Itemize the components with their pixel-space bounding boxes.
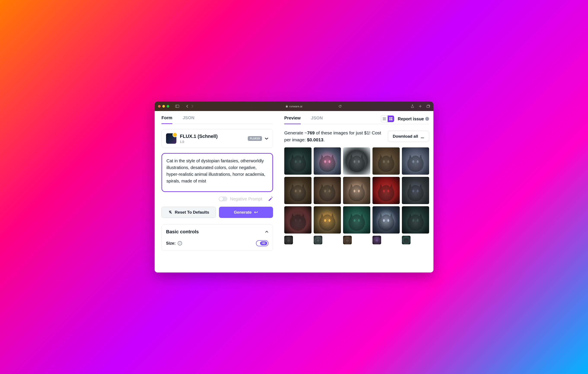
reset-icon	[168, 210, 172, 214]
svg-point-29	[417, 190, 419, 192]
generated-image[interactable]	[314, 206, 341, 233]
generated-image[interactable]	[343, 206, 370, 233]
address-bar[interactable]: runware.ai	[286, 105, 303, 108]
sidebar-toggle-icon[interactable]	[175, 105, 179, 108]
generated-image[interactable]	[402, 236, 410, 244]
tab-json-right[interactable]: JSON	[311, 116, 323, 124]
generated-image[interactable]	[284, 206, 312, 233]
svg-point-49	[407, 240, 407, 241]
svg-point-17	[387, 160, 389, 163]
generated-image[interactable]	[372, 236, 381, 244]
hd-toggle[interactable]: HD	[256, 240, 269, 246]
generated-image[interactable]	[402, 206, 429, 233]
svg-point-14	[354, 160, 356, 163]
svg-point-33	[329, 219, 331, 222]
reset-to-defaults-button[interactable]: Reset To Defaults	[161, 207, 216, 218]
svg-point-42	[317, 240, 317, 241]
svg-point-40	[287, 240, 288, 241]
generated-image[interactable]	[314, 177, 341, 204]
view-toggle	[381, 115, 394, 122]
generated-image[interactable]	[284, 177, 312, 204]
list-view-button[interactable]	[381, 116, 388, 122]
download-icon	[421, 134, 424, 138]
svg-point-39	[417, 219, 419, 222]
svg-point-34	[354, 219, 356, 222]
svg-point-46	[376, 240, 376, 241]
generated-image[interactable]	[372, 147, 400, 175]
magic-wand-icon[interactable]	[268, 196, 273, 202]
svg-rect-8	[389, 119, 391, 120]
lock-icon	[286, 105, 288, 108]
svg-rect-2	[427, 105, 429, 108]
generated-image[interactable]	[372, 206, 400, 233]
generated-image[interactable]	[402, 147, 429, 175]
svg-point-28	[412, 190, 414, 192]
report-badge-icon	[425, 117, 429, 121]
negative-prompt-toggle[interactable]	[219, 197, 227, 201]
svg-point-31	[299, 219, 301, 222]
chevron-down-icon	[265, 137, 269, 141]
svg-point-45	[348, 240, 348, 241]
generated-image[interactable]	[372, 177, 400, 204]
reload-button[interactable]	[338, 105, 342, 108]
basic-controls-header[interactable]: Basic controls	[166, 229, 269, 235]
svg-point-37	[387, 219, 389, 222]
generated-image[interactable]	[314, 236, 322, 244]
basic-controls-section: Basic controls Size: i HD	[161, 224, 273, 251]
generated-image[interactable]	[343, 177, 370, 204]
tab-json-left[interactable]: JSON	[183, 115, 194, 124]
model-name: FLUX.1 (Schnell)	[180, 133, 218, 139]
generated-image[interactable]	[343, 236, 352, 244]
svg-point-12	[324, 160, 326, 163]
window-titlebar: runware.ai	[155, 101, 433, 111]
svg-point-27	[387, 190, 389, 192]
maximize-window-button[interactable]	[167, 105, 169, 108]
model-selector[interactable]: FLUX.1 (Schnell) 1.0 FLUX1S	[161, 129, 273, 148]
download-all-button[interactable]: Download all	[388, 131, 429, 142]
svg-point-22	[324, 190, 326, 192]
url-text: runware.ai	[289, 105, 303, 108]
svg-point-10	[295, 160, 297, 163]
generate-button[interactable]: Generate	[219, 207, 273, 218]
nav-back-button[interactable]	[186, 105, 188, 108]
svg-rect-9	[391, 119, 392, 120]
generated-image[interactable]	[402, 177, 429, 204]
tab-preview[interactable]: Preview	[284, 116, 301, 124]
svg-point-25	[358, 190, 360, 192]
svg-point-44	[346, 240, 347, 241]
svg-point-32	[324, 219, 326, 222]
tab-form[interactable]: Form	[161, 115, 172, 124]
negative-prompt-label: Negative Prompt	[230, 197, 262, 201]
grid-view-button[interactable]	[388, 116, 394, 122]
new-tab-button[interactable]	[419, 105, 422, 108]
size-label: Size:	[166, 241, 176, 246]
close-window-button[interactable]	[158, 105, 161, 108]
enter-icon	[254, 211, 258, 214]
share-button[interactable]	[411, 105, 414, 108]
generated-image[interactable]	[284, 147, 312, 175]
nav-forward-button[interactable]	[191, 105, 193, 108]
hd-pill: HD	[260, 241, 267, 245]
svg-point-11	[299, 160, 301, 163]
info-icon[interactable]: i	[178, 241, 182, 245]
generated-image[interactable]	[343, 147, 370, 175]
svg-point-47	[377, 240, 378, 241]
model-version: 1.0	[180, 140, 218, 143]
svg-point-21	[299, 190, 301, 192]
svg-point-36	[383, 219, 385, 222]
tabs-overview-button[interactable]	[427, 105, 430, 108]
svg-point-20	[295, 190, 297, 192]
svg-point-48	[405, 240, 406, 241]
generated-image[interactable]	[314, 147, 341, 175]
svg-point-16	[383, 160, 385, 163]
generated-image[interactable]	[284, 236, 293, 244]
svg-point-30	[295, 219, 297, 222]
report-issue-button[interactable]: Report issue	[398, 116, 429, 121]
minimize-window-button[interactable]	[162, 105, 165, 108]
svg-rect-7	[391, 117, 392, 119]
svg-point-26	[383, 190, 385, 192]
prompt-input[interactable]: Cat in the style of dystopian fantasies,…	[161, 153, 273, 192]
svg-point-38	[412, 219, 414, 222]
svg-rect-6	[389, 117, 391, 119]
svg-point-18	[412, 160, 414, 163]
